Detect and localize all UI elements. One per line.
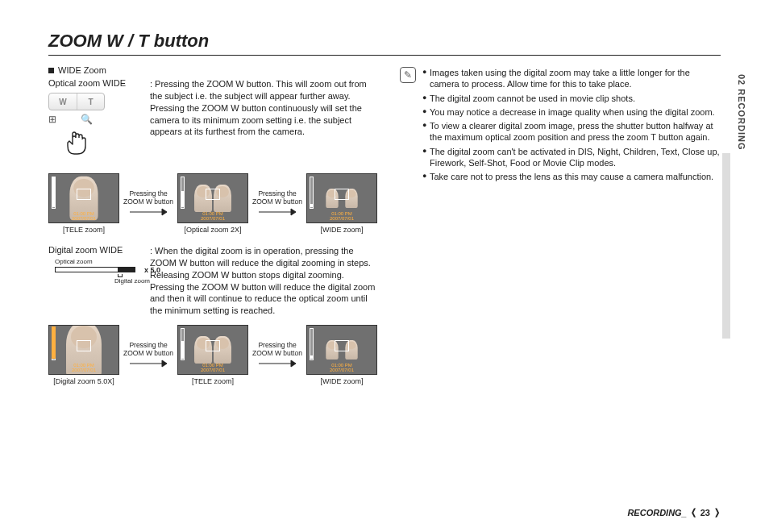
thumb-optical-2x: 01:00 PM2007/07/01 — [177, 173, 248, 223]
thumb-wide-zoom: 01:00 PM2007/07/01 — [306, 173, 377, 223]
wide-zoom-heading: WIDE Zoom — [48, 65, 379, 75]
note-3: You may notice a decrease in image quali… — [430, 106, 721, 118]
zoom-bar-dig-label: Digital zoom — [55, 277, 150, 285]
thumb-row-1: 01:00 PM2007/07/01 [TELE zoom] Pressing … — [48, 173, 379, 234]
zoom-bar-diagram: Optical zoom x 5.0 Digital zoom — [55, 258, 150, 285]
bullet-icon: ● — [422, 106, 430, 118]
thumb-cap-d5x: [Digital zoom 5.0X] — [53, 377, 114, 385]
bullet-icon: ● — [422, 67, 430, 90]
wt-rocker-button: W T — [48, 93, 105, 110]
note-6: Take care not to press the lens as this … — [430, 171, 721, 182]
thumb-cap-tele: [TELE zoom] — [63, 226, 105, 234]
arrow-text-1a: Pressing the ZOOM W button — [123, 190, 174, 206]
arrow-text-2b: Pressing the ZOOM W button — [251, 342, 303, 358]
bullet-icon: ● — [422, 120, 430, 143]
page-footer: RECORDING_ ❬ 23 ❭ — [627, 507, 721, 517]
digital-zoom-wide-row: Digital zoom WIDE Optical zoom x 5.0 Dig… — [48, 245, 379, 317]
optical-zoom-wide-row: Optical zoom WIDE W T ⊞ 🔍 — [48, 78, 379, 165]
digital-zoom-term: Digital zoom WIDE Optical zoom x 5.0 Dig… — [48, 245, 150, 285]
optical-zoom-term: Optical zoom WIDE W T ⊞ 🔍 — [48, 78, 150, 165]
bullet-icon: ● — [422, 171, 430, 182]
w-key: W — [49, 94, 77, 110]
arrow-text-2a: Pressing the ZOOM W button — [123, 342, 174, 358]
thumb-cap-wide: [WIDE zoom] — [320, 226, 363, 234]
optical-zoom-term-text: Optical zoom WIDE — [48, 78, 126, 88]
arrow-right-icon — [257, 207, 297, 217]
thumb-cap-wide-2: [WIDE zoom] — [320, 377, 363, 385]
note-1: Images taken using the digital zoom may … — [430, 67, 721, 90]
thumb-digital-5x: 01:00 PM2007/07/01 — [48, 325, 119, 375]
digital-zoom-term-text: Digital zoom WIDE — [48, 245, 123, 255]
side-thumb-bar — [722, 153, 730, 339]
bullet-icon: ● — [422, 93, 430, 104]
t-key: T — [77, 94, 104, 110]
square-bullet-icon — [48, 68, 54, 73]
angle-left-icon: ❬ — [690, 507, 697, 517]
arrow-right-icon — [128, 359, 168, 368]
zoom-bar-opt-label: Optical zoom — [55, 258, 150, 265]
footer-label: RECORDING_ — [627, 508, 686, 517]
note-box: ✎ ●Images taken using the digital zoom m… — [400, 67, 721, 185]
wide-zoom-label: WIDE Zoom — [58, 65, 106, 75]
left-column: WIDE Zoom Optical zoom WIDE W T ⊞ 🔍 — [48, 65, 379, 397]
arrow-right-icon — [257, 359, 297, 368]
thumb-wide-zoom-2: 01:00 PM2007/07/01 — [306, 325, 377, 375]
thumb-cap-2x: [Optical zoom 2X] — [184, 226, 241, 234]
note-list: ●Images taken using the digital zoom may… — [422, 67, 721, 185]
hand-press-icon — [63, 131, 94, 164]
note-2: The digital zoom cannot be used in movie… — [430, 93, 721, 104]
note-pencil-icon: ✎ — [400, 67, 416, 83]
note-4: To view a clearer digital zoom image, pr… — [430, 120, 721, 143]
digital-zoom-desc: : When the digital zoom is in operation,… — [150, 245, 379, 317]
thumb-cap-tele-2: [TELE zoom] — [192, 377, 234, 385]
magnifier-icon: 🔍 — [81, 114, 93, 125]
note-5: The digital zoom can't be activated in D… — [430, 146, 721, 169]
thumb-tele-zoom: 01:00 PM2007/07/01 — [48, 173, 119, 223]
angle-right-icon: ❭ — [713, 507, 721, 517]
arrow-right-icon — [128, 207, 168, 217]
arrow-text-1b: Pressing the ZOOM W button — [251, 190, 303, 206]
grid-icon: ⊞ — [48, 114, 56, 125]
page-title: ZOOM W / T button — [48, 31, 721, 56]
page-number: 23 — [700, 508, 710, 517]
bullet-icon: ● — [422, 146, 430, 169]
zoom-bar-x-label: x 5.0 — [144, 266, 160, 274]
thumb-row-2: 01:00 PM2007/07/01 [Digital zoom 5.0X] P… — [48, 325, 379, 385]
thumb-tele-zoom-2: 01:00 PM2007/07/01 — [177, 325, 248, 375]
right-column: ✎ ●Images taken using the digital zoom m… — [400, 65, 721, 397]
optical-zoom-desc: : Pressing the ZOOM W button. This will … — [150, 78, 379, 138]
side-tab: 02 RECORDING — [737, 74, 746, 151]
